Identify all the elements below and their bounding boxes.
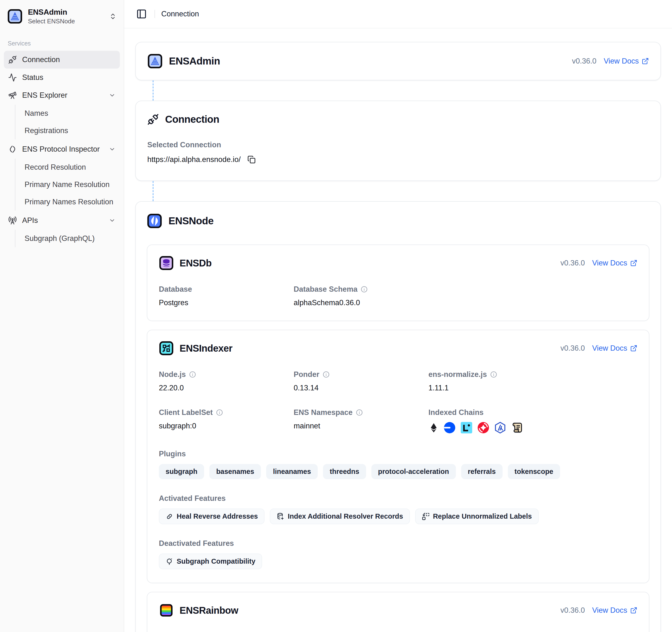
feature-label: Index Additional Resolver Records [288,512,403,520]
feature-chip-heal-reverse-addresses: Heal Reverse Addresses [159,509,265,524]
version-label: v0.36.0 [560,606,585,615]
sidebar-section-services: Services [8,40,120,47]
sidebar-item-registrations[interactable]: Registrations [16,122,120,139]
chain-icon-scroll [511,421,523,434]
sidebar-item-primary-name-resolution[interactable]: Primary Name Resolution [16,176,120,193]
view-docs-label: View Docs [592,606,627,615]
sidebar-item-record-resolution[interactable]: Record Resolution [16,159,120,176]
info-icon[interactable] [189,371,196,378]
card-title: Connection [165,114,219,125]
telescope-icon [8,91,17,100]
chevrons-up-down-icon [109,13,117,20]
chevron-down-icon [109,146,116,152]
sidebar-item-connection[interactable]: Connection [4,51,120,69]
field-value: mainnet [294,422,428,430]
sidebar-nav: Connection Status ENS Explorer Names Reg… [4,51,120,248]
feature-chip-replace-unnormalized-labels: Replace Unnormalized Labels [415,509,539,524]
field-value: subgraph:0 [159,422,294,430]
plugins-label: Plugins [159,449,637,458]
ensindexer-logo-icon [159,341,174,356]
sidebar-item-apis[interactable]: APIs [4,212,120,229]
ensnode-card: ENSNode ENSDb v0.36.0 View Docs [135,201,661,632]
chevron-down-icon [109,217,116,224]
chain-icon-linea [460,421,473,434]
info-icon[interactable] [323,371,330,378]
version-label: v0.36.0 [560,344,585,353]
apis-subtree: Subgraph (GraphQL) [15,230,120,247]
sidebar-item-subgraph-graphql[interactable]: Subgraph (GraphQL) [16,230,120,247]
info-icon[interactable] [216,409,223,416]
sidebar-item-status[interactable]: Status [4,69,120,87]
card-title: ENSRainbow [179,605,238,616]
plugin-chip: referrals [461,464,503,479]
info-icon[interactable] [361,286,367,293]
view-docs-link[interactable]: View Docs [604,57,649,66]
deactivated-features-list: Subgraph Compatibility [159,554,637,569]
selected-connection-label: Selected Connection [147,141,649,149]
connection-url: https://api.alpha.ensnode.io/ [147,155,241,164]
field-value: Postgres [159,298,294,307]
sidebar-item-names[interactable]: Names [16,105,120,122]
feature-label: Replace Unnormalized Labels [433,512,532,520]
connection-card: Connection Selected Connection https://a… [135,101,661,181]
field-ens-namespace: ENS Namespace mainnet [294,408,428,435]
feature-label: Heal Reverse Addresses [177,512,258,520]
sidebar-item-label: ENS Explorer [22,91,67,100]
version-label: v0.36.0 [572,57,596,66]
sidebar-toggle-button[interactable] [135,7,148,21]
activated-features-list: Heal Reverse Addresses Index Additional … [159,509,637,524]
unplug-icon [147,114,159,125]
field-ponder: Ponder 0.13.14 [294,370,428,392]
sidebar-item-label: ENS Protocol Inspector [22,145,100,153]
plugin-chip: protocol-acceleration [371,464,456,479]
field-nodejs: Node.js 22.20.0 [159,370,294,392]
chain-icon-base [443,421,456,434]
sidebar-item-primary-names-resolution[interactable]: Primary Names Resolution [16,193,120,211]
ensnode-logo-icon [147,213,162,229]
view-docs-link[interactable]: View Docs [592,344,637,353]
chevron-down-icon [109,92,116,99]
chain-icon-ethereum [428,421,439,434]
ensadmin-logo-icon [147,53,163,69]
field-label: ens-normalize.js [428,370,487,379]
sidebar-item-ens-protocol-inspector[interactable]: ENS Protocol Inspector [4,140,120,158]
ensrainbow-logo-icon [159,603,174,618]
chain-icon-arbitrum [494,421,506,434]
field-database: Database Postgres [159,285,294,307]
view-docs-label: View Docs [592,344,627,353]
ensnode-selector[interactable]: ENSAdmin Select ENSNode [4,6,120,26]
card-title: ENSIndexer [179,343,233,354]
main-area: Connection ENSAdmin v0.36.0 View Docs [124,0,672,632]
external-link-icon [630,345,637,352]
plugin-chip: basenames [209,464,261,479]
version-label: v0.36.0 [560,259,585,267]
field-client-labelset: Client LabelSet subgraph:0 [159,408,294,435]
external-link-icon [630,260,637,267]
field-label: Client LabelSet [159,408,213,417]
card-connector-dashed [152,80,153,101]
view-docs-link[interactable]: View Docs [592,606,637,615]
copy-url-button[interactable] [246,154,257,165]
topbar: Connection [124,0,672,28]
ens-mark-icon [8,145,17,153]
sidebar-item-ens-explorer[interactable]: ENS Explorer [4,87,120,104]
sidebar-item-label: Connection [22,55,60,64]
sidebar-item-label: Status [22,73,43,82]
field-label: ENS Namespace [294,408,353,417]
ensrainbow-card: ENSRainbow v0.36.0 View Docs [147,592,649,632]
external-link-icon [642,57,649,65]
ensadmin-logo-icon [7,9,23,24]
view-docs-link[interactable]: View Docs [592,259,637,267]
info-icon[interactable] [490,371,497,378]
panel-left-icon [136,9,147,19]
activity-icon [8,73,17,82]
copy-icon [247,155,256,164]
plugin-chip: subgraph [159,464,204,479]
view-docs-label: View Docs [592,259,627,267]
info-icon[interactable] [356,409,363,416]
plugin-chip: tokenscope [508,464,560,479]
indexed-chains-label: Indexed Chains [428,408,563,417]
field-value: 0.13.14 [294,384,428,392]
field-label: Database Schema [294,285,357,294]
feature-chip-subgraph-compatibility: Subgraph Compatibility [159,554,262,569]
